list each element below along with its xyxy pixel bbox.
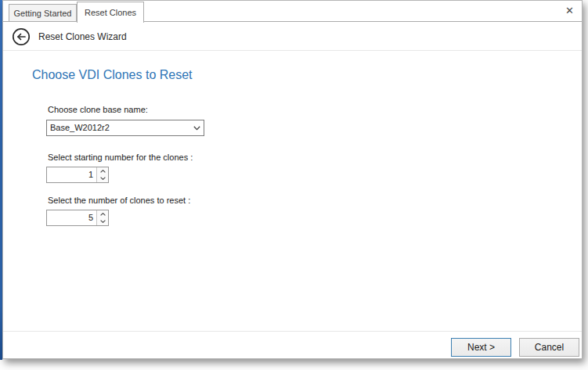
- cancel-button[interactable]: Cancel: [519, 338, 579, 357]
- close-icon[interactable]: ✕: [565, 5, 574, 16]
- spin-down-icon[interactable]: [97, 175, 108, 183]
- starting-number-spin-buttons: [96, 167, 108, 182]
- clone-count-stepper[interactable]: 5: [46, 210, 109, 226]
- next-button[interactable]: Next >: [451, 338, 511, 357]
- spin-up-icon[interactable]: [97, 167, 108, 175]
- header-divider: [3, 50, 582, 51]
- wizard-header: Reset Clones Wizard: [3, 23, 582, 50]
- tab-getting-started-label: Getting Started: [14, 9, 72, 18]
- tab-bar: Getting Started Reset Clones ✕: [3, 1, 582, 22]
- wizard-title: Reset Clones Wizard: [38, 31, 127, 42]
- back-arrow-icon: [12, 27, 31, 46]
- tab-getting-started[interactable]: Getting Started: [9, 4, 77, 22]
- clone-base-name-label: Choose clone base name:: [48, 105, 148, 114]
- clone-base-name-select[interactable]: Base_W2012r2: [46, 120, 204, 136]
- tab-reset-clones[interactable]: Reset Clones: [77, 2, 144, 23]
- screen: Getting Started Reset Clones ✕ Reset Clo…: [0, 0, 588, 370]
- clone-count-label: Select the number of clones to reset :: [48, 196, 190, 205]
- spin-up-icon[interactable]: [97, 210, 108, 218]
- starting-number-label: Select starting number for the clones :: [48, 153, 193, 162]
- clone-base-name-value: Base_W2012r2: [47, 120, 189, 135]
- footer-divider: [3, 331, 582, 332]
- clone-count-spin-buttons: [96, 210, 108, 225]
- spin-down-icon[interactable]: [97, 218, 108, 226]
- clone-count-value: 5: [47, 210, 96, 225]
- reset-clones-wizard-dialog: Getting Started Reset Clones ✕ Reset Clo…: [2, 0, 583, 359]
- starting-number-value: 1: [47, 167, 96, 182]
- page-title: Choose VDI Clones to Reset: [32, 68, 193, 82]
- chevron-down-icon[interactable]: [189, 120, 204, 135]
- starting-number-stepper[interactable]: 1: [46, 167, 109, 183]
- back-button[interactable]: [12, 27, 31, 46]
- tab-reset-clones-label: Reset Clones: [85, 8, 136, 17]
